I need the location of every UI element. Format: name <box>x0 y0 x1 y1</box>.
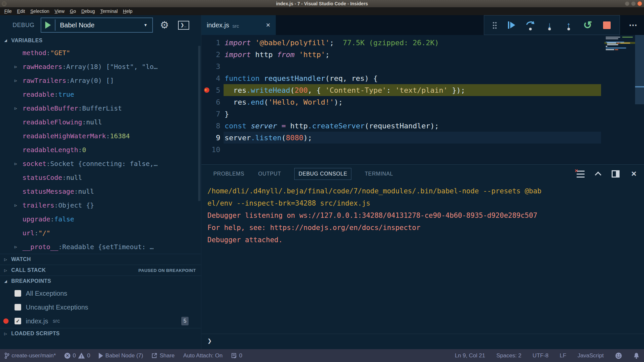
menu-item-file[interactable]: File <box>2 8 14 15</box>
maximize-button[interactable] <box>631 1 636 6</box>
stop-icon[interactable] <box>602 20 611 30</box>
variables-scrollbar[interactable] <box>198 46 200 201</box>
variable-row[interactable]: statusMessage: null <box>0 184 201 198</box>
panel-tab-problems[interactable]: PROBLEMS <box>213 168 245 180</box>
line-number[interactable]: 8 <box>201 122 220 130</box>
panel-tab-output[interactable]: OUTPUT <box>258 168 282 180</box>
line-number[interactable]: 4 <box>201 74 220 82</box>
code-line[interactable]: 6 res.end('Hello, World!'); <box>201 96 604 108</box>
git-branch-item[interactable]: create-user/main* <box>5 352 56 359</box>
breakpoint-item[interactable]: All Exceptions <box>0 286 201 300</box>
feedback-item[interactable] <box>615 352 622 359</box>
code-line[interactable]: 3 <box>201 60 604 72</box>
indentation-item[interactable]: Spaces: 2 <box>496 352 521 359</box>
paused-breakpoint-icon[interactable] <box>204 87 209 93</box>
editor-scrollbar[interactable] <box>635 35 644 164</box>
code-line[interactable]: 5 res.writeHead(200, { 'Content-Type': '… <box>201 84 604 96</box>
tab-index-js[interactable]: index.js src ✕ <box>201 15 276 35</box>
variable-row[interactable]: readableHighWaterMark: 16384 <box>0 129 201 143</box>
clear-console-icon[interactable] <box>577 171 585 178</box>
open-console-icon[interactable]: ❯_ <box>178 21 189 30</box>
restart-icon[interactable]: ↺ <box>583 20 592 30</box>
launch-config-dropdown[interactable]: Babel Node ▼ <box>41 17 153 33</box>
variable-row[interactable]: ▷__proto__: Readable {setTimeout: … <box>0 240 201 254</box>
code-line[interactable]: 9server.listen(8080); <box>201 132 604 144</box>
problems-item[interactable]: ✕ 0 ! 0 <box>64 352 90 359</box>
variable-row[interactable]: ▷socket: Socket {connecting: false,… <box>0 157 201 171</box>
tab-close-icon[interactable]: ✕ <box>266 22 270 29</box>
variable-row[interactable]: statusCode: null <box>0 171 201 184</box>
code-line[interactable]: 4function requestHandler(req, res) { <box>201 72 604 84</box>
maximize-panel-icon[interactable] <box>595 172 601 178</box>
line-number[interactable]: 6 <box>201 98 220 106</box>
menu-item-go[interactable]: Go <box>67 8 78 15</box>
checklist-item[interactable]: 0 <box>231 352 242 359</box>
variable-row[interactable]: ▷rawTrailers: Array(0) [] <box>0 74 201 87</box>
breakpoint-checkbox[interactable] <box>15 290 21 297</box>
variable-row[interactable]: readableFlowing: null <box>0 115 201 129</box>
panel-position-icon[interactable] <box>612 170 620 178</box>
step-into-icon[interactable]: ↓ <box>545 20 554 30</box>
breakpoint-item[interactable]: ✓index.jssrc5 <box>0 314 201 328</box>
notifications-item[interactable] <box>633 352 639 359</box>
minimize-button[interactable] <box>625 1 629 6</box>
breakpoint-item[interactable]: Uncaught Exceptions <box>0 300 201 314</box>
code-line[interactable]: 1import '@babel/polyfill'; 77.5K (gzippe… <box>201 37 604 49</box>
step-over-icon[interactable] <box>526 20 535 30</box>
minimap[interactable] <box>604 35 635 164</box>
encoding-item[interactable]: UTF-8 <box>533 352 549 359</box>
line-number[interactable]: 7 <box>201 110 220 118</box>
step-out-icon[interactable]: ↑ <box>564 20 573 30</box>
variable-row[interactable]: ▷trailers: Object {} <box>0 198 201 212</box>
variables-section-header[interactable]: ◢ VARIABLES <box>0 35 201 46</box>
eol-item[interactable]: LF <box>560 352 566 359</box>
share-item[interactable]: Share <box>152 352 174 359</box>
scrollbar-thumb[interactable] <box>635 35 644 104</box>
breakpoints-section-header[interactable]: ◢ BREAKPOINTS <box>0 276 201 286</box>
menu-item-terminal[interactable]: Terminal <box>98 8 120 15</box>
code-line[interactable]: 2import http from 'http'; <box>201 49 604 60</box>
continue-icon[interactable] <box>507 20 516 30</box>
variable-row[interactable]: ▷readableBuffer: BufferList <box>0 101 201 115</box>
language-item[interactable]: JavaScript <box>578 352 604 359</box>
auto-attach-item[interactable]: Auto Attach: On <box>183 352 223 359</box>
debug-status-item[interactable]: Babel Node (7) <box>99 352 143 359</box>
gear-icon[interactable]: ⚙ <box>160 20 169 30</box>
toolbar-grip-icon[interactable] <box>492 21 497 29</box>
variable-row[interactable]: method: "GET" <box>0 46 201 60</box>
variable-row[interactable]: readableLength: 0 <box>0 143 201 157</box>
call-stack-section-header[interactable]: ▷ CALL STACK PAUSED ON BREAKPOINT <box>0 265 201 276</box>
variable-row[interactable]: readable: true <box>0 87 201 101</box>
code-line[interactable]: 10 <box>201 144 604 155</box>
variable-row[interactable]: ▷rawHeaders: Array(18) ["Host", "lo… <box>0 60 201 74</box>
close-panel-icon[interactable]: ✕ <box>631 170 637 178</box>
debug-console-input[interactable]: ❯ <box>201 334 644 349</box>
loaded-scripts-section-header[interactable]: ▷ LOADED SCRIPTS <box>0 328 201 339</box>
panel-tab-terminal[interactable]: TERMINAL <box>364 168 394 180</box>
line-number[interactable]: 9 <box>201 134 220 142</box>
menu-item-view[interactable]: View <box>52 8 67 15</box>
variable-row[interactable]: upgrade: false <box>0 212 201 226</box>
line-number[interactable]: 3 <box>201 62 220 71</box>
menu-item-selection[interactable]: Selection <box>28 8 52 15</box>
menu-item-debug[interactable]: Debug <box>79 8 97 15</box>
cursor-position-item[interactable]: Ln 9, Col 21 <box>455 352 485 359</box>
panel-tab-debug-console[interactable]: DEBUG CONSOLE <box>294 168 351 180</box>
code-editor[interactable]: 1import '@babel/polyfill'; 77.5K (gzippe… <box>201 35 644 164</box>
variable-row[interactable]: url: "/" <box>0 226 201 240</box>
line-number[interactable]: 10 <box>201 146 220 154</box>
breakpoint-checkbox[interactable]: ✓ <box>15 318 21 324</box>
more-actions-icon[interactable]: ⋯ <box>629 15 638 35</box>
start-debug-icon[interactable] <box>45 21 51 29</box>
breakpoint-checkbox[interactable] <box>15 304 21 311</box>
variable-name: upgrade <box>22 215 50 223</box>
code-line[interactable]: 7} <box>201 108 604 120</box>
watch-section-header[interactable]: ▷ WATCH <box>0 254 201 265</box>
close-button[interactable] <box>637 1 642 6</box>
variable-value: BufferList <box>82 104 122 112</box>
menu-item-edit[interactable]: Edit <box>15 8 27 15</box>
code-line[interactable]: 8const server = http.createServer(reques… <box>201 120 604 132</box>
menu-item-help[interactable]: Help <box>121 8 135 15</box>
line-number[interactable]: 1 <box>201 39 220 47</box>
line-number[interactable]: 2 <box>201 50 220 59</box>
